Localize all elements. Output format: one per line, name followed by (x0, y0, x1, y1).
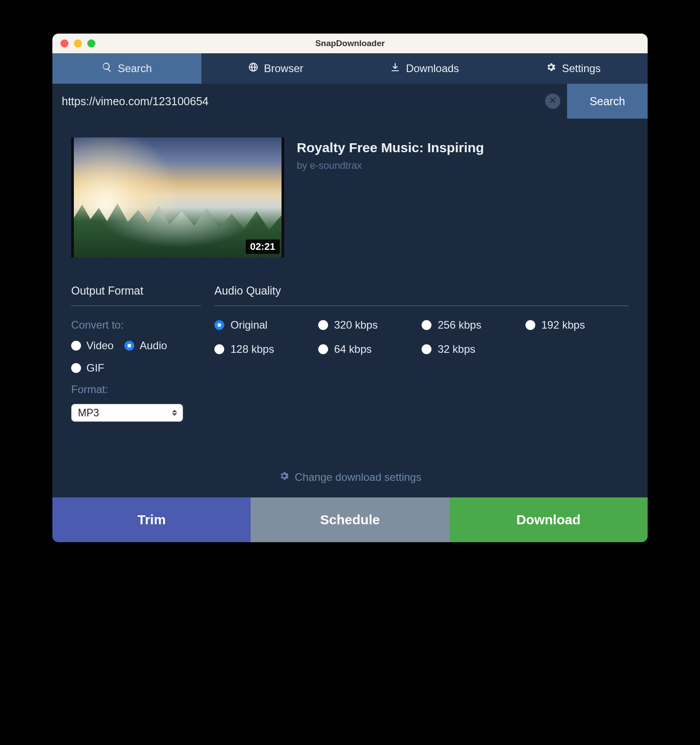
change-download-settings-link[interactable]: Change download settings (52, 459, 648, 497)
action-bar: Trim Schedule Download (52, 497, 648, 542)
option-label: 320 kbps (334, 319, 378, 331)
option-label: 64 kbps (334, 343, 372, 355)
radio-icon (318, 320, 328, 330)
video-thumbnail[interactable]: 02:21 (71, 137, 284, 257)
globe-icon (248, 62, 259, 75)
audio-quality-heading: Audio Quality (214, 284, 629, 306)
tab-browser[interactable]: Browser (201, 53, 350, 84)
video-result: 02:21 Royalty Free Music: Inspiring by e… (71, 137, 629, 257)
audio-quality-panel: Audio Quality Original 320 kbps 256 kbps (214, 284, 629, 422)
option-label: Original (230, 319, 268, 331)
gear-icon (279, 471, 290, 484)
option-label: 32 kbps (438, 343, 475, 355)
clear-input-button[interactable] (545, 94, 560, 109)
button-label: Download (516, 512, 580, 527)
tab-label: Search (118, 62, 152, 75)
audio-quality-options: Original 320 kbps 256 kbps 192 kbps (214, 319, 629, 355)
quality-option-64[interactable]: 64 kbps (318, 343, 422, 355)
radio-icon (318, 344, 328, 354)
close-window-button[interactable] (60, 39, 68, 47)
convert-option-audio[interactable]: Audio (124, 339, 167, 352)
button-label: Schedule (320, 512, 380, 527)
schedule-button[interactable]: Schedule (251, 497, 449, 542)
chevron-up-down-icon (172, 410, 177, 416)
format-label: Format: (71, 383, 201, 396)
video-title: Royalty Free Music: Inspiring (297, 140, 484, 155)
option-label: 192 kbps (542, 319, 585, 331)
tab-search[interactable]: Search (52, 53, 201, 84)
convert-to-label: Convert to: (71, 319, 201, 331)
minimize-window-button[interactable] (74, 39, 82, 47)
options-row: Output Format Convert to: Video Audio GI… (71, 284, 629, 422)
option-label: Audio (140, 339, 167, 352)
search-button-label: Search (589, 95, 625, 108)
convert-to-options: Video Audio GIF (71, 339, 201, 374)
quality-option-192[interactable]: 192 kbps (525, 319, 629, 331)
search-bar: Search (52, 84, 648, 119)
download-button[interactable]: Download (449, 497, 648, 542)
radio-icon (214, 344, 224, 354)
search-button[interactable]: Search (567, 84, 648, 119)
option-label: 128 kbps (230, 343, 274, 355)
traffic-lights (52, 39, 95, 47)
radio-icon (422, 344, 431, 354)
quality-option-320[interactable]: 320 kbps (318, 319, 422, 331)
titlebar: SnapDownloader (52, 34, 648, 53)
video-duration: 02:21 (246, 240, 280, 254)
option-label: Video (86, 339, 114, 352)
close-icon (549, 96, 557, 106)
fullscreen-window-button[interactable] (87, 39, 95, 47)
tab-downloads[interactable]: Downloads (350, 53, 499, 84)
download-icon (390, 62, 401, 75)
convert-option-video[interactable]: Video (71, 339, 114, 352)
format-select[interactable]: MP3 (71, 404, 183, 422)
app-window: SnapDownloader Search Browser Downloads … (52, 34, 648, 542)
tab-settings[interactable]: Settings (499, 53, 648, 84)
quality-option-256[interactable]: 256 kbps (422, 319, 525, 331)
video-author: by e-soundtrax (297, 160, 484, 171)
main-tabs: Search Browser Downloads Settings (52, 53, 648, 84)
radio-icon (71, 363, 81, 373)
radio-icon (124, 341, 134, 351)
format-value: MP3 (78, 407, 99, 419)
gear-icon (546, 62, 556, 75)
search-input-wrap (52, 84, 567, 119)
content-area: 02:21 Royalty Free Music: Inspiring by e… (52, 119, 648, 459)
trim-button[interactable]: Trim (52, 497, 251, 542)
quality-option-original[interactable]: Original (214, 319, 318, 331)
output-format-panel: Output Format Convert to: Video Audio GI… (71, 284, 201, 422)
search-icon (102, 62, 112, 75)
radio-icon (71, 341, 81, 351)
tab-label: Settings (562, 62, 601, 75)
change-settings-label: Change download settings (295, 471, 422, 484)
option-label: GIF (86, 362, 104, 374)
quality-option-128[interactable]: 128 kbps (214, 343, 318, 355)
convert-option-gif[interactable]: GIF (71, 362, 104, 374)
output-format-heading: Output Format (71, 284, 201, 306)
video-meta: Royalty Free Music: Inspiring by e-sound… (297, 137, 484, 257)
quality-option-32[interactable]: 32 kbps (422, 343, 525, 355)
tab-label: Browser (264, 62, 303, 75)
window-title: SnapDownloader (52, 39, 648, 48)
radio-icon (214, 320, 224, 330)
button-label: Trim (137, 512, 166, 527)
radio-icon (422, 320, 431, 330)
tab-label: Downloads (406, 62, 459, 75)
url-input[interactable] (62, 95, 545, 108)
radio-icon (525, 320, 535, 330)
option-label: 256 kbps (438, 319, 481, 331)
